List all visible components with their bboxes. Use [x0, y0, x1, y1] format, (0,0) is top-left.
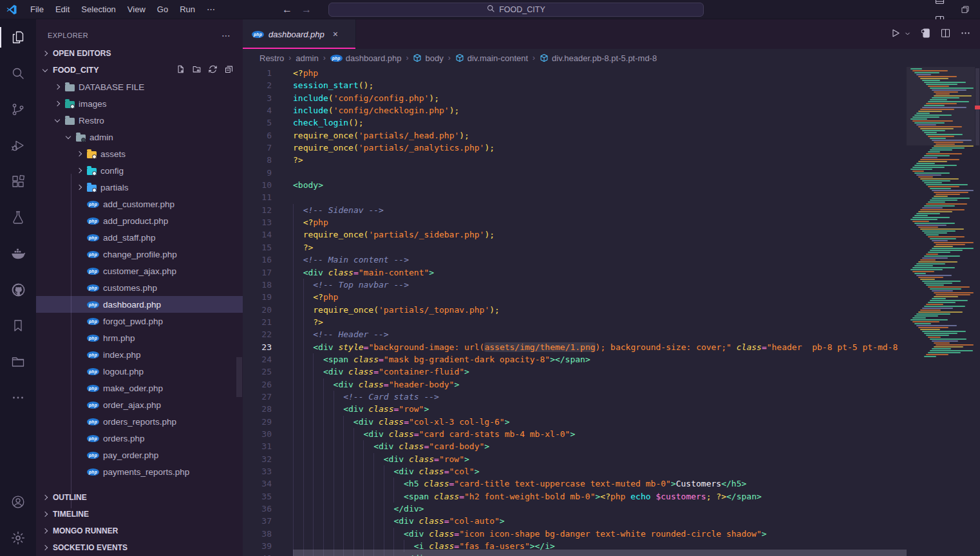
activitybar-settings-icon[interactable]: [0, 520, 36, 556]
code-line-8[interactable]: 8?>: [243, 154, 980, 166]
new-file-icon[interactable]: [176, 64, 185, 76]
code-line-12[interactable]: 12<!-- Sidenav -->: [243, 204, 980, 216]
explorer-more-actions-icon[interactable]: ⋯: [221, 30, 231, 41]
menu-file[interactable]: File: [24, 5, 50, 14]
code-line-31[interactable]: 31<div class="card-body">: [243, 440, 980, 452]
file-customes-php[interactable]: phpcustomes.php: [36, 279, 243, 296]
activitybar-explorer-icon[interactable]: [0, 19, 36, 55]
code-line-38[interactable]: 38<div class="icon icon-shape bg-danger …: [243, 528, 980, 540]
activitybar-project-manager-icon[interactable]: [0, 344, 36, 380]
code-line-14[interactable]: 14require_once('partials/_sidebar.php');: [243, 228, 980, 241]
code-line-36[interactable]: 36</div>: [243, 503, 980, 515]
activitybar-extensions-icon[interactable]: [0, 163, 36, 199]
menu-edit[interactable]: Edit: [50, 5, 75, 14]
restore-button[interactable]: [950, 0, 980, 19]
breadcrumb-restro[interactable]: Restro: [259, 53, 284, 63]
open-editors-section[interactable]: OPEN EDITORS: [36, 45, 243, 62]
back-button[interactable]: ←: [282, 4, 292, 15]
split-editor-icon[interactable]: [940, 28, 951, 41]
breadcrumb-div-main-content[interactable]: div.main-content: [455, 53, 528, 63]
code-line-2[interactable]: 2session_start();: [243, 79, 980, 91]
file-make-oder-php[interactable]: phpmake_oder.php: [36, 380, 243, 396]
section-timeline[interactable]: TIMELINE: [36, 506, 243, 523]
code-line-15[interactable]: 15?>: [243, 241, 980, 254]
code-line-17[interactable]: 17<div class="main-content">: [243, 266, 980, 279]
code-line-21[interactable]: 21?>: [243, 316, 980, 328]
code-line-28[interactable]: 28<div class="row">: [243, 403, 980, 415]
code-line-24[interactable]: 24<span class="mask bg-gradient-dark opa…: [243, 353, 980, 366]
file-add-customer-php[interactable]: phpadd_customer.php: [36, 196, 243, 212]
code-line-33[interactable]: 33<div class="col">: [243, 465, 980, 477]
section-outline[interactable]: OUTLINE: [36, 489, 243, 506]
code-line-5[interactable]: 5check_login();: [243, 116, 980, 129]
workspace-root[interactable]: FOOD_CITY: [36, 62, 243, 79]
code-editor[interactable]: 1<?php2session_start();3include('config/…: [243, 67, 980, 556]
activitybar-testing-icon[interactable]: [0, 199, 36, 236]
tab-dashboard-php[interactable]: php dashboard.php ×: [243, 19, 356, 49]
activitybar-run-debug-icon[interactable]: [0, 127, 36, 163]
breadcrumb-admin[interactable]: admin: [296, 53, 318, 63]
file-payments-reports-php[interactable]: phppayments_reports.php: [36, 463, 243, 480]
menu-view[interactable]: View: [122, 5, 151, 14]
folder-database-file[interactable]: DATABASE FILE: [36, 79, 243, 95]
run-dropdown-icon[interactable]: [904, 28, 911, 40]
folder-config[interactable]: config: [36, 162, 243, 179]
file-forgot-pwd-php[interactable]: phpforgot_pwd.php: [36, 313, 243, 329]
code-line-30[interactable]: 30<div class="card card-stats mb-4 mb-xl…: [243, 428, 980, 440]
menu-go[interactable]: Go: [151, 5, 174, 14]
refresh-icon[interactable]: [208, 64, 218, 76]
code-line-13[interactable]: 13<?php: [243, 216, 980, 228]
sidebar-scrollbar[interactable]: [236, 357, 242, 397]
code-line-35[interactable]: 35<span class="h2 font-weight-bold mb-0"…: [243, 490, 980, 503]
breadcrumb-div-header-pb-8-pt-5-pt-md-8[interactable]: div.header.pb-8.pt-5.pt-md-8: [540, 53, 657, 63]
toggle-panel-icon[interactable]: [928, 0, 950, 10]
code-line-34[interactable]: 34<h5 class="card-title text-uppercase t…: [243, 477, 980, 490]
file-hrm-php[interactable]: phphrm.php: [36, 329, 243, 346]
breadcrumb-dashboard-php[interactable]: phpdashboard.php: [330, 53, 402, 63]
file-order-ajax-php[interactable]: phporder_ajax.php: [36, 396, 243, 413]
activitybar-github-icon[interactable]: [0, 272, 36, 308]
code-line-9[interactable]: 9: [243, 167, 980, 179]
activitybar-docker-icon[interactable]: [0, 236, 36, 272]
code-line-16[interactable]: 16<!-- Main content -->: [243, 254, 980, 266]
code-line-7[interactable]: 7require_once('partials/_analytics.php')…: [243, 142, 980, 154]
command-center-search[interactable]: FOOD_CITY: [328, 3, 704, 17]
activitybar-more-icon[interactable]: [0, 380, 36, 416]
collapse-all-icon[interactable]: [224, 64, 234, 76]
file-add-product-php[interactable]: phpadd_product.php: [36, 212, 243, 229]
code-line-25[interactable]: 25<div class="container-fluid">: [243, 366, 980, 378]
tab-close-icon[interactable]: ×: [333, 29, 338, 39]
code-line-22[interactable]: 22<!-- Header -->: [243, 328, 980, 340]
code-line-32[interactable]: 32<div class="row">: [243, 453, 980, 465]
folder-admin[interactable]: admin: [36, 129, 243, 145]
code-line-6[interactable]: 6require_once('partials/_head.php');: [243, 129, 980, 142]
code-line-19[interactable]: 19<?php: [243, 291, 980, 303]
folder-restro[interactable]: Restro: [36, 112, 243, 129]
activitybar-source-control-icon[interactable]: [0, 91, 36, 127]
menu-selection[interactable]: Selection: [75, 5, 121, 14]
file-pay-order-php[interactable]: phppay_order.php: [36, 447, 243, 463]
file-customer-ajax-php[interactable]: phpcustomer_ajax.php: [36, 263, 243, 279]
code-line-29[interactable]: 29<div class="col-xl-3 col-lg-6">: [243, 416, 980, 428]
code-line-18[interactable]: 18<!-- Top navbar -->: [243, 279, 980, 291]
activitybar-bookmarks-icon[interactable]: [0, 308, 36, 344]
code-line-27[interactable]: 27<!-- Card stats -->: [243, 391, 980, 403]
breadcrumb-body[interactable]: body: [413, 53, 443, 63]
folder-assets[interactable]: assets: [36, 145, 243, 162]
code-line-1[interactable]: 1<?php: [243, 67, 980, 79]
activitybar-account-icon[interactable]: [0, 484, 36, 520]
code-line-11[interactable]: 11: [243, 191, 980, 203]
code-line-3[interactable]: 3include('config/config.php');: [243, 92, 980, 104]
code-line-4[interactable]: 4include('config/checklogin.php');: [243, 104, 980, 116]
section-mongo-runner[interactable]: MONGO RUNNER: [36, 523, 243, 539]
vertical-scrollbar[interactable]: [975, 67, 980, 556]
file-orders-reports-php[interactable]: phporders_reports.php: [36, 413, 243, 430]
file-orders-php[interactable]: phporders.php: [36, 430, 243, 447]
horizontal-scrollbar[interactable]: [293, 550, 907, 556]
run-icon[interactable]: [890, 28, 901, 41]
code-line-20[interactable]: 20require_once('partials/_topnav.php');: [243, 304, 980, 316]
file-add-staff-php[interactable]: phpadd_staff.php: [36, 229, 243, 246]
menu-run[interactable]: Run: [174, 5, 201, 14]
code-line-26[interactable]: 26<div class="header-body">: [243, 378, 980, 391]
minimap[interactable]: [907, 67, 975, 556]
